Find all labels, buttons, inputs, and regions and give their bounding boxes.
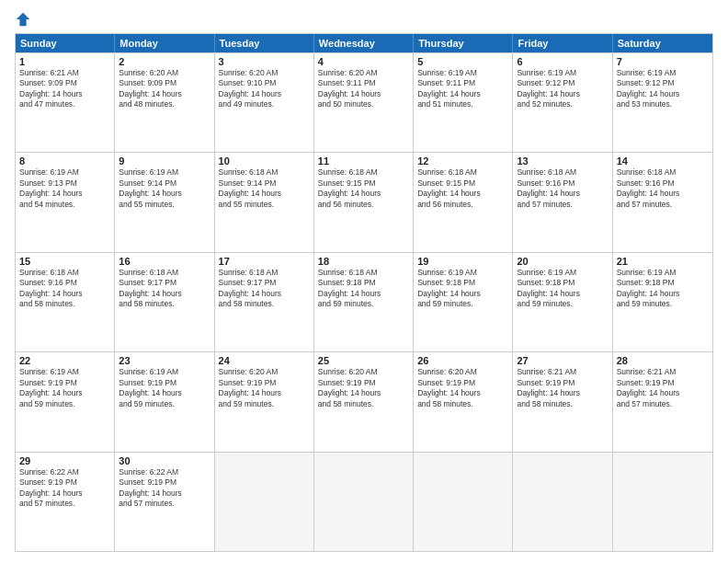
cell-info: Sunrise: 6:18 AM Sunset: 9:16 PM Dayligh… [517, 167, 608, 210]
header-day-sunday: Sunday [16, 34, 115, 52]
cell-info: Sunrise: 6:19 AM Sunset: 9:18 PM Dayligh… [617, 268, 709, 310]
header-day-friday: Friday [513, 34, 612, 52]
calendar-cell: 10Sunrise: 6:18 AM Sunset: 9:14 PM Dayli… [215, 153, 314, 251]
calendar-cell: 29Sunrise: 6:22 AM Sunset: 9:19 PM Dayli… [16, 453, 115, 551]
cell-info: Sunrise: 6:21 AM Sunset: 9:19 PM Dayligh… [617, 367, 709, 409]
calendar-cell: 26Sunrise: 6:20 AM Sunset: 9:19 PM Dayli… [414, 352, 513, 451]
calendar-cell [414, 453, 513, 551]
cell-day-number: 11 [318, 155, 409, 167]
cell-info: Sunrise: 6:19 AM Sunset: 9:11 PM Dayligh… [417, 68, 508, 110]
calendar-cell: 7Sunrise: 6:19 AM Sunset: 9:12 PM Daylig… [613, 53, 712, 152]
cell-info: Sunrise: 6:21 AM Sunset: 9:19 PM Dayligh… [517, 367, 608, 409]
calendar-cell: 5Sunrise: 6:19 AM Sunset: 9:11 PM Daylig… [414, 53, 513, 152]
header-day-saturday: Saturday [613, 34, 712, 52]
cell-day-number: 3 [219, 56, 310, 67]
calendar-header: SundayMondayTuesdayWednesdayThursdayFrid… [16, 34, 712, 52]
calendar-cell: 11Sunrise: 6:18 AM Sunset: 9:15 PM Dayli… [314, 153, 414, 251]
cell-day-number: 13 [517, 155, 608, 167]
cell-day-number: 6 [517, 56, 608, 67]
calendar-cell: 14Sunrise: 6:18 AM Sunset: 9:16 PM Dayli… [613, 153, 712, 251]
cell-day-number: 4 [318, 56, 409, 67]
cell-day-number: 14 [617, 155, 709, 167]
cell-day-number: 1 [19, 56, 110, 67]
calendar-cell: 12Sunrise: 6:18 AM Sunset: 9:15 PM Dayli… [414, 153, 513, 251]
cell-info: Sunrise: 6:18 AM Sunset: 9:14 PM Dayligh… [219, 167, 310, 210]
svg-marker-0 [17, 13, 29, 26]
calendar-cell: 27Sunrise: 6:21 AM Sunset: 9:19 PM Dayli… [513, 352, 612, 451]
calendar-cell: 3Sunrise: 6:20 AM Sunset: 9:10 PM Daylig… [215, 53, 314, 152]
cell-day-number: 9 [119, 155, 210, 167]
cell-info: Sunrise: 6:20 AM Sunset: 9:19 PM Dayligh… [219, 367, 310, 409]
cell-info: Sunrise: 6:18 AM Sunset: 9:16 PM Dayligh… [19, 268, 110, 310]
cell-info: Sunrise: 6:19 AM Sunset: 9:14 PM Dayligh… [119, 167, 210, 210]
calendar-row-2: 8Sunrise: 6:19 AM Sunset: 9:13 PM Daylig… [16, 152, 712, 251]
cell-info: Sunrise: 6:18 AM Sunset: 9:17 PM Dayligh… [219, 268, 310, 310]
calendar-cell: 13Sunrise: 6:18 AM Sunset: 9:16 PM Dayli… [513, 153, 612, 251]
cell-info: Sunrise: 6:19 AM Sunset: 9:12 PM Dayligh… [617, 68, 709, 110]
logo-icon [15, 11, 31, 28]
calendar-cell [613, 453, 712, 551]
cell-info: Sunrise: 6:22 AM Sunset: 9:19 PM Dayligh… [119, 467, 210, 510]
cell-day-number: 29 [19, 455, 110, 466]
cell-day-number: 17 [219, 256, 310, 267]
header-day-thursday: Thursday [414, 34, 513, 52]
header-day-wednesday: Wednesday [314, 34, 414, 52]
calendar-cell: 22Sunrise: 6:19 AM Sunset: 9:19 PM Dayli… [16, 352, 115, 451]
cell-day-number: 7 [617, 56, 709, 67]
calendar: SundayMondayTuesdayWednesdayThursdayFrid… [15, 33, 713, 552]
logo [15, 11, 33, 28]
cell-info: Sunrise: 6:20 AM Sunset: 9:10 PM Dayligh… [219, 68, 310, 110]
calendar-row-4: 22Sunrise: 6:19 AM Sunset: 9:19 PM Dayli… [16, 351, 712, 451]
cell-info: Sunrise: 6:21 AM Sunset: 9:09 PM Dayligh… [19, 68, 110, 110]
calendar-row-1: 1Sunrise: 6:21 AM Sunset: 9:09 PM Daylig… [16, 52, 712, 152]
calendar-cell [314, 453, 414, 551]
cell-day-number: 16 [119, 256, 210, 267]
cell-day-number: 21 [617, 256, 709, 267]
cell-day-number: 12 [417, 155, 508, 167]
cell-day-number: 18 [318, 256, 409, 267]
calendar-cell: 18Sunrise: 6:18 AM Sunset: 9:18 PM Dayli… [314, 253, 414, 351]
cell-day-number: 24 [219, 355, 310, 366]
calendar-cell: 28Sunrise: 6:21 AM Sunset: 9:19 PM Dayli… [613, 352, 712, 451]
cell-info: Sunrise: 6:19 AM Sunset: 9:19 PM Dayligh… [119, 367, 210, 409]
cell-info: Sunrise: 6:18 AM Sunset: 9:16 PM Dayligh… [617, 167, 709, 210]
cell-info: Sunrise: 6:19 AM Sunset: 9:19 PM Dayligh… [19, 367, 110, 409]
cell-info: Sunrise: 6:18 AM Sunset: 9:15 PM Dayligh… [318, 167, 409, 210]
calendar-cell: 17Sunrise: 6:18 AM Sunset: 9:17 PM Dayli… [215, 253, 314, 351]
calendar-cell: 2Sunrise: 6:20 AM Sunset: 9:09 PM Daylig… [115, 53, 214, 152]
calendar-cell: 8Sunrise: 6:19 AM Sunset: 9:13 PM Daylig… [16, 153, 115, 251]
cell-info: Sunrise: 6:18 AM Sunset: 9:15 PM Dayligh… [417, 167, 508, 210]
header [15, 11, 713, 28]
cell-day-number: 25 [318, 355, 409, 366]
cell-day-number: 8 [19, 155, 110, 167]
calendar-cell: 19Sunrise: 6:19 AM Sunset: 9:18 PM Dayli… [414, 253, 513, 351]
calendar-cell: 9Sunrise: 6:19 AM Sunset: 9:14 PM Daylig… [115, 153, 214, 251]
calendar-body: 1Sunrise: 6:21 AM Sunset: 9:09 PM Daylig… [16, 52, 712, 551]
calendar-cell: 4Sunrise: 6:20 AM Sunset: 9:11 PM Daylig… [314, 53, 414, 152]
calendar-page: SundayMondayTuesdayWednesdayThursdayFrid… [0, 0, 728, 563]
cell-day-number: 19 [417, 256, 508, 267]
calendar-cell: 15Sunrise: 6:18 AM Sunset: 9:16 PM Dayli… [16, 253, 115, 351]
cell-day-number: 10 [219, 155, 310, 167]
calendar-cell [215, 453, 314, 551]
cell-day-number: 20 [517, 256, 608, 267]
calendar-cell: 30Sunrise: 6:22 AM Sunset: 9:19 PM Dayli… [115, 453, 214, 551]
cell-day-number: 28 [617, 355, 709, 366]
cell-day-number: 30 [119, 455, 210, 466]
cell-day-number: 2 [119, 56, 210, 67]
cell-day-number: 5 [417, 56, 508, 67]
cell-info: Sunrise: 6:19 AM Sunset: 9:12 PM Dayligh… [517, 68, 608, 110]
cell-info: Sunrise: 6:20 AM Sunset: 9:09 PM Dayligh… [119, 68, 210, 110]
cell-info: Sunrise: 6:18 AM Sunset: 9:17 PM Dayligh… [119, 268, 210, 310]
cell-info: Sunrise: 6:20 AM Sunset: 9:19 PM Dayligh… [318, 367, 409, 409]
cell-info: Sunrise: 6:20 AM Sunset: 9:11 PM Dayligh… [318, 68, 409, 110]
header-day-monday: Monday [115, 34, 214, 52]
calendar-cell: 6Sunrise: 6:19 AM Sunset: 9:12 PM Daylig… [513, 53, 612, 152]
calendar-cell: 20Sunrise: 6:19 AM Sunset: 9:18 PM Dayli… [513, 253, 612, 351]
cell-day-number: 26 [417, 355, 508, 366]
calendar-cell: 24Sunrise: 6:20 AM Sunset: 9:19 PM Dayli… [215, 352, 314, 451]
cell-info: Sunrise: 6:22 AM Sunset: 9:19 PM Dayligh… [19, 467, 110, 510]
cell-info: Sunrise: 6:19 AM Sunset: 9:18 PM Dayligh… [417, 268, 508, 310]
calendar-cell: 25Sunrise: 6:20 AM Sunset: 9:19 PM Dayli… [314, 352, 414, 451]
calendar-cell: 21Sunrise: 6:19 AM Sunset: 9:18 PM Dayli… [613, 253, 712, 351]
